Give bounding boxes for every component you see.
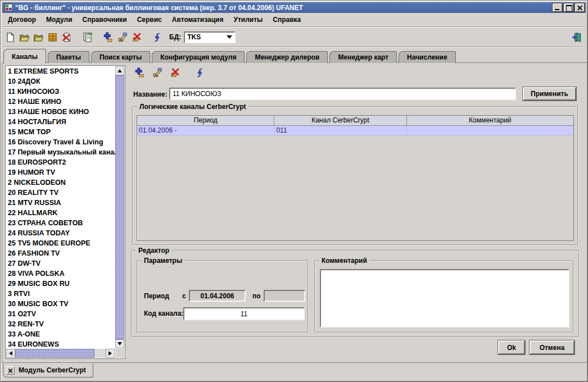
edit-record-icon[interactable] xyxy=(116,31,128,43)
add-record-icon[interactable] xyxy=(133,66,146,79)
table-header: ПериодКанал CerberCryptКомментарий xyxy=(137,116,573,126)
list-item[interactable]: 21 MTV RUSSIA xyxy=(6,198,116,208)
refresh-icon[interactable] xyxy=(151,31,163,43)
scroll-left-button[interactable] xyxy=(6,349,15,358)
menu-bar: ДоговорМодулиСправочникиСервисАвтоматиза… xyxy=(3,13,585,26)
period-to-field[interactable] xyxy=(264,290,305,302)
column-header[interactable]: Комментарий xyxy=(407,116,573,126)
list-item[interactable]: 18 EUROSPORT2 xyxy=(6,157,116,167)
scroll-right-button[interactable] xyxy=(106,349,115,358)
tab-4[interactable]: Конфигурация модуля xyxy=(152,51,245,63)
bottom-tab-1[interactable]: Модуль CerberCrypt xyxy=(3,363,93,378)
name-input[interactable] xyxy=(169,88,516,100)
list-item[interactable]: 30 MUSIC BOX TV xyxy=(6,299,116,309)
list-item[interactable]: 2 NICKELODEON xyxy=(6,178,116,188)
tab-1[interactable]: Каналы xyxy=(3,49,46,63)
list-item[interactable]: 16 Discovery Travel & Living xyxy=(6,137,116,147)
channel-list: 1 EXTREME SPORTS10 24ДОК11 КИНОСОЮЗ12 НА… xyxy=(6,66,116,349)
menu-item-1[interactable]: Договор xyxy=(3,15,41,25)
delete-document-icon[interactable] xyxy=(60,31,73,43)
new-document-icon[interactable] xyxy=(4,31,16,43)
db-label: БД: xyxy=(169,33,181,41)
list-item[interactable]: 33 A-ONE xyxy=(6,329,116,339)
list-item[interactable]: 17 Первый музыкальный канал xyxy=(6,147,116,157)
chevron-down-icon xyxy=(227,35,232,39)
tab-6[interactable]: Менеджер карт xyxy=(329,51,397,63)
exit-door-icon[interactable] xyxy=(570,31,582,43)
column-header[interactable]: Период xyxy=(137,116,274,126)
name-label: Название: xyxy=(133,90,168,98)
archive-drawer-icon[interactable] xyxy=(46,31,58,43)
vertical-scrollbar[interactable] xyxy=(115,66,124,348)
refresh-icon[interactable] xyxy=(193,66,206,79)
list-item[interactable]: 28 VIVA POLSKA xyxy=(6,269,116,279)
list-item[interactable]: 23 СТРАНА СОВЕТОВ xyxy=(6,218,116,228)
list-item[interactable]: 29 MUSIC BOX RU xyxy=(6,279,116,289)
channel-code-input[interactable] xyxy=(183,307,305,320)
minimize-button[interactable] xyxy=(553,3,562,12)
menu-item-3[interactable]: Справочники xyxy=(78,15,132,25)
list-item[interactable]: 24 RUSSIA TODAY xyxy=(6,228,116,238)
period-from-field[interactable] xyxy=(189,290,246,302)
cancel-button[interactable]: Отмена xyxy=(530,340,575,354)
table-row[interactable]: 01.04.2006 -011 xyxy=(137,126,573,135)
list-item[interactable]: 14 НОСТАЛЬГИЯ xyxy=(6,117,116,127)
tab-3[interactable]: Поиск карты xyxy=(91,51,150,63)
list-item[interactable]: 12 НАШЕ КИНО xyxy=(6,97,116,107)
add-record-icon[interactable] xyxy=(102,31,114,43)
channel-editor-panel: Название: Применить Логические каналы Ce… xyxy=(129,63,584,360)
ok-button[interactable]: Ok xyxy=(498,340,525,354)
edit-record-icon[interactable] xyxy=(151,66,163,79)
maximize-button[interactable] xyxy=(564,3,573,12)
list-item[interactable]: 15 MCM TOP xyxy=(6,127,116,137)
comment-group-title: Комментарий xyxy=(319,257,369,265)
list-item[interactable]: 19 HUMOR TV xyxy=(6,167,116,178)
menu-item-5[interactable]: Автоматизация xyxy=(167,15,229,25)
tab-2[interactable]: Пакеты xyxy=(48,51,89,63)
delete-record-icon[interactable] xyxy=(130,31,142,43)
vertical-scrollbar-thumb[interactable] xyxy=(115,75,124,339)
list-item[interactable]: 1 EXTREME SPORTS xyxy=(6,66,116,76)
app-window: "BG - биллинг" - универсальная биллингов… xyxy=(0,0,588,382)
editor-group: Редактор Параметры Период с по Код канал… xyxy=(131,250,580,338)
menu-item-2[interactable]: Модули xyxy=(41,15,77,25)
open-folder-icon[interactable] xyxy=(18,31,30,43)
list-item[interactable]: 32 REN-TV xyxy=(6,319,116,329)
period-to-label: по xyxy=(252,292,261,300)
menu-item-6[interactable]: Утилиты xyxy=(228,15,268,25)
close-tab-icon[interactable] xyxy=(6,366,15,375)
table-cell: 011 xyxy=(274,126,406,135)
tab-5[interactable]: Менеджер дилеров xyxy=(246,51,328,63)
scroll-up-button[interactable] xyxy=(115,66,124,75)
horizontal-scrollbar[interactable] xyxy=(6,349,115,358)
scroll-down-button[interactable] xyxy=(115,339,124,348)
delete-record-icon[interactable] xyxy=(168,66,180,79)
column-header[interactable]: Канал CerberCrypt xyxy=(274,116,406,126)
list-item[interactable]: 26 FASHION TV xyxy=(6,248,116,258)
close-button[interactable] xyxy=(575,3,585,12)
list-item[interactable]: 3 RTVI xyxy=(6,289,116,299)
db-select[interactable]: TKS xyxy=(184,31,236,43)
menu-item-7[interactable]: Справка xyxy=(268,15,306,25)
apply-button[interactable]: Применить xyxy=(523,87,576,101)
tab-7[interactable]: Начисление xyxy=(399,51,456,63)
list-item[interactable]: 34 EURONEWS xyxy=(6,339,116,349)
horizontal-scrollbar-thumb[interactable] xyxy=(15,349,94,358)
list-item[interactable]: 22 HALLMARK xyxy=(6,208,116,218)
separator xyxy=(2,26,586,28)
list-item[interactable]: 27 DW-TV xyxy=(6,258,116,269)
list-item[interactable]: 11 КИНОСОЮЗ xyxy=(6,87,116,97)
tab-strip: КаналыПакетыПоиск картыКонфигурация моду… xyxy=(3,48,586,63)
list-item[interactable]: 13 НАШЕ НОВОЕ КИНО xyxy=(6,107,116,117)
app-icon xyxy=(4,3,13,12)
comment-textarea[interactable] xyxy=(320,269,569,328)
list-item[interactable]: 20 REALITY TV xyxy=(6,188,116,198)
open-folder-alt-icon[interactable] xyxy=(32,31,44,43)
list-item[interactable]: 25 TV5 MONDE EUROPE xyxy=(6,238,116,248)
list-item[interactable]: 31 O2TV xyxy=(6,309,116,319)
menu-item-4[interactable]: Сервис xyxy=(132,15,167,25)
copy-document-icon[interactable] xyxy=(81,31,93,43)
list-item[interactable]: 10 24ДОК xyxy=(6,76,116,87)
table-cell xyxy=(407,126,573,135)
main-toolbar: БД: TKS xyxy=(4,28,584,46)
